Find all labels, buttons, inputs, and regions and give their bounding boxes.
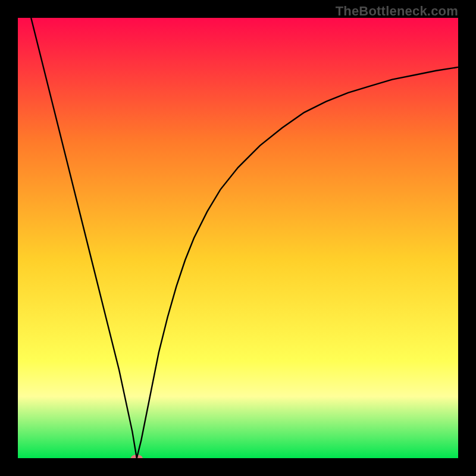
chart-frame: [18, 18, 458, 458]
bottleneck-chart: [18, 18, 458, 458]
gradient-bg: [18, 18, 458, 458]
watermark-text: TheBottleneck.com: [336, 4, 458, 19]
